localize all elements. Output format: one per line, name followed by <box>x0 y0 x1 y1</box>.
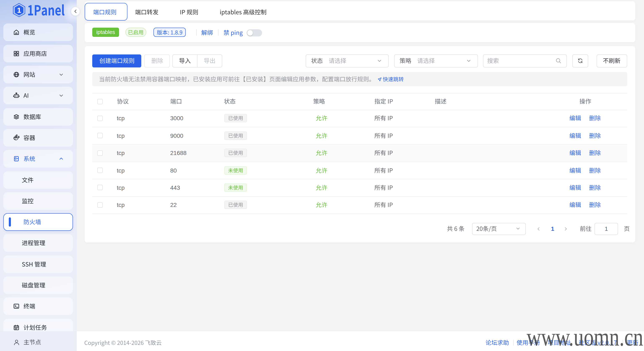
svg-text:1: 1 <box>17 6 21 14</box>
